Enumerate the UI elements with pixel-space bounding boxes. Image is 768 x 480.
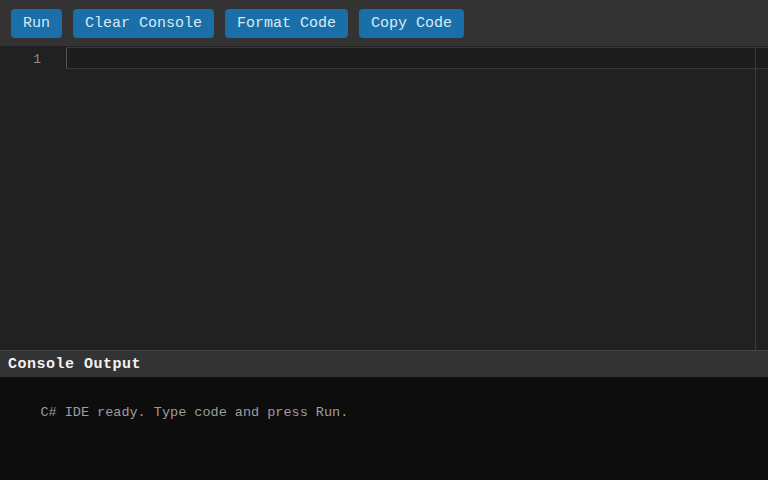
csharp-ide-app: Run Clear Console Format Code Copy Code …	[0, 0, 768, 480]
line-number: 1	[0, 46, 41, 69]
console-output-header: Console Output	[0, 350, 768, 377]
editor-scrollbar-divider	[755, 46, 756, 350]
format-code-button[interactable]: Format Code	[225, 9, 348, 38]
run-button[interactable]: Run	[11, 9, 62, 38]
active-line-highlight[interactable]	[66, 47, 768, 69]
console-output-area: C# IDE ready. Type code and press Run.	[0, 377, 768, 480]
console-message: C# IDE ready. Type code and press Run.	[40, 405, 348, 420]
code-editor[interactable]: 1	[0, 46, 768, 350]
line-number-gutter: 1	[0, 46, 66, 350]
console-output-title: Console Output	[8, 356, 141, 373]
clear-console-button[interactable]: Clear Console	[73, 9, 214, 38]
text-cursor-caret	[66, 48, 67, 68]
copy-code-button[interactable]: Copy Code	[359, 9, 464, 38]
toolbar: Run Clear Console Format Code Copy Code	[0, 0, 768, 46]
